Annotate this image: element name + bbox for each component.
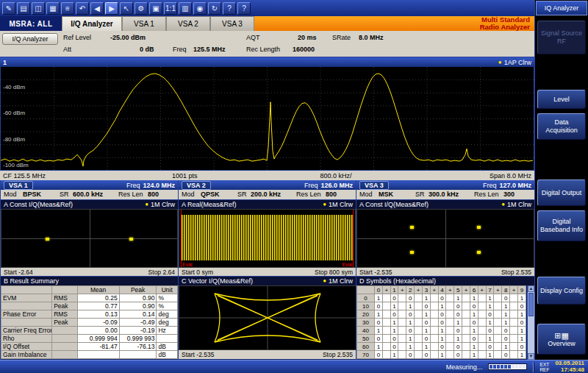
sr-value[interactable]: 600.0 kHz — [73, 191, 103, 198]
symbol-row: 500010110101 — [357, 335, 526, 343]
symbols-titlebar[interactable]: D Symbols (Hexadecimal) — [356, 276, 534, 285]
mod-value[interactable]: BPSK — [23, 191, 41, 198]
overview-windows-icon: ⊞▦ — [554, 331, 569, 340]
vsa1-titlebar[interactable]: VSA 1 Freq 124.0 MHz — [1, 180, 178, 190]
spectrum-plot[interactable]: -40 dBm -60 dBm -80 dBm -100 dBm — [0, 67, 534, 171]
softkey-data-acquisition[interactable]: Data Acquisition — [537, 113, 586, 140]
reslen-value[interactable]: 800 — [148, 191, 159, 198]
spectrum-trace-label: 1AP Clrw — [504, 59, 531, 66]
eval-line-left[interactable] — [181, 210, 182, 267]
tab-vsa-1[interactable]: VSA 1 — [122, 16, 166, 31]
scrollbar-thumb[interactable] — [528, 293, 534, 316]
vsa1-constellation-plot[interactable] — [1, 209, 178, 268]
display-icon[interactable]: ▥ — [179, 2, 192, 15]
symbol-col-header: + — [478, 286, 486, 294]
help-icon[interactable]: ? — [237, 2, 251, 15]
new-document-icon[interactable]: ✎ — [2, 2, 15, 15]
ref-level-label: Ref Level — [63, 34, 91, 43]
tab-msra[interactable]: MSRA: ALL — [0, 16, 62, 31]
date-time-readout[interactable]: 03.05.2011 17:45:48 — [555, 360, 584, 373]
vsa3-name-button[interactable]: VSA 3 — [359, 181, 389, 190]
symbols-scrollbar[interactable]: ▲ ▼ — [527, 285, 534, 360]
camera-icon[interactable]: ◉ — [193, 2, 207, 15]
reslen-value[interactable]: 800 — [326, 191, 337, 198]
reslen-value[interactable]: 300 — [503, 191, 514, 198]
trace-dot-icon: ● — [323, 202, 326, 207]
symbol-row: 401101101001 — [357, 327, 526, 335]
symbol-cell: 1 — [438, 351, 446, 359]
softkey-display-config[interactable]: Display Config — [537, 277, 586, 305]
vsa3-freq-value[interactable]: 127.0 MHz — [499, 182, 531, 189]
vsa2-titlebar[interactable]: VSA 2 Freq 126.0 MHz — [179, 180, 356, 190]
symbol-col-header: + — [415, 286, 423, 294]
symbol-col-header: 0 — [375, 286, 383, 294]
symbol-cell — [398, 343, 406, 351]
result-summary-panel: B Result Summary Mean Peak Unit EVMRMS0.… — [0, 276, 178, 360]
result-cell — [52, 343, 78, 351]
save-icon[interactable]: ◫ — [32, 2, 45, 15]
rec-length-value[interactable]: 160000 — [293, 46, 315, 54]
progress-segment — [508, 365, 511, 369]
symbol-cell — [415, 302, 423, 310]
symbol-cell: 1 — [406, 319, 415, 327]
symbol-cell: 0 — [422, 351, 430, 359]
vsa2-freq-value[interactable]: 126.0 MHz — [320, 182, 353, 189]
symbol-cell — [446, 294, 454, 302]
vector-plot[interactable] — [179, 285, 356, 350]
softkey-signal-source[interactable]: Signal Source RF — [537, 21, 586, 54]
one-to-one-icon[interactable]: 1:1 — [164, 2, 177, 15]
context-help-icon[interactable]: ? — [223, 2, 236, 15]
ref-level-value[interactable]: -25.00 dBm — [110, 34, 146, 43]
print-icon[interactable]: ▤ — [17, 2, 30, 15]
symbol-cell: 0 — [502, 351, 510, 359]
softkey-digital-output[interactable]: Digital Output — [537, 180, 586, 206]
back-icon[interactable]: ◀ — [90, 2, 104, 15]
windows-layout-icon[interactable]: ▣ — [149, 2, 162, 15]
spectrum-titlebar[interactable]: 1 ● 1AP Clrw — [0, 57, 534, 67]
mod-value[interactable]: MSK — [379, 191, 393, 198]
scroll-up-icon[interactable]: ▲ — [528, 285, 534, 292]
scroll-down-icon[interactable]: ▼ — [528, 353, 534, 360]
softkey-label: Level — [553, 96, 570, 104]
symbol-col-header: 9 — [517, 286, 526, 294]
softkey-digital-baseband-info[interactable]: Digital Baseband Info — [537, 210, 586, 241]
softkey-overview[interactable]: ⊞▦ Overview — [537, 324, 586, 355]
sr-value[interactable]: 200.0 kHz — [251, 191, 281, 198]
sr-value[interactable]: 300.0 kHz — [429, 191, 459, 198]
vector-titlebar[interactable]: C Vector I/Q(Meas&Ref) ● 1M Clrw — [179, 276, 356, 285]
vsa1-name-button[interactable]: VSA 1 — [4, 181, 33, 190]
user-setup-icon[interactable]: ⚙ — [135, 2, 148, 15]
symbol-cell — [494, 351, 502, 359]
report-icon[interactable]: ▦ — [46, 2, 60, 15]
tab-vsa-3[interactable]: VSA 3 — [210, 16, 254, 31]
vector-start-readout: Start -2.535 — [182, 351, 214, 358]
mod-value[interactable]: QPSK — [201, 191, 220, 198]
refresh-icon[interactable]: ↻ — [208, 2, 221, 15]
symbol-col-header: 8 — [502, 286, 510, 294]
tab-iq-analyzer[interactable]: I/Q Analyzer — [62, 16, 122, 31]
spectrum-plot-svg — [1, 67, 534, 170]
aqt-value[interactable]: 20 ms — [298, 34, 317, 43]
att-value[interactable]: 0 dB — [140, 46, 154, 54]
freq-value[interactable]: 125.5 MHz — [193, 46, 226, 54]
vsa3-titlebar[interactable]: VSA 3 Freq 127.0 MHz — [356, 180, 534, 190]
tab-vsa-2[interactable]: VSA 2 — [166, 16, 210, 31]
iq-analyzer-button[interactable]: I/Q Analyzer — [2, 33, 58, 45]
vsa3-constellation-plot[interactable] — [356, 209, 534, 268]
select-cursor-icon[interactable]: ↖ — [120, 2, 133, 15]
vsa1-freq-value[interactable]: 124.0 MHz — [143, 182, 175, 189]
eval-line-right[interactable] — [353, 210, 354, 267]
vsa2-real-plot[interactable]: Eval Eval — [179, 209, 356, 268]
axis-line — [445, 210, 446, 267]
vsa2-name-button[interactable]: VSA 2 — [182, 181, 211, 190]
symbol-cell — [462, 343, 470, 351]
undo-icon[interactable]: ↶ — [76, 2, 89, 15]
softkey-level[interactable]: Level — [537, 90, 586, 109]
menu-icon[interactable]: ≡ — [61, 2, 74, 15]
result-summary-titlebar[interactable]: B Result Summary — [1, 276, 178, 285]
mod-label: Mod — [4, 191, 17, 198]
forward-icon[interactable]: ▶ — [105, 2, 118, 15]
result-cell: deg — [157, 319, 178, 327]
srate-value[interactable]: 8.0 MHz — [359, 34, 384, 43]
vsa2-start-readout: Start 0 sym — [182, 269, 213, 276]
